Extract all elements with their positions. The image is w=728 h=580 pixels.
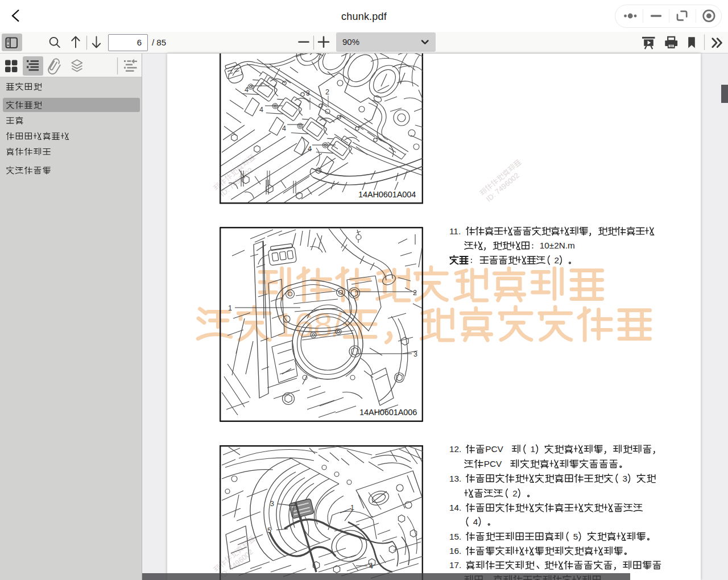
svg-text:2: 2	[554, 255, 559, 265]
svg-text:1: 1	[228, 304, 232, 312]
svg-text:1: 1	[531, 444, 536, 454]
svg-text:4: 4	[245, 86, 249, 94]
svg-text:2: 2	[413, 289, 417, 297]
svg-text:4: 4	[282, 125, 286, 132]
svg-text:3: 3	[270, 500, 274, 508]
svg-text:4: 4	[308, 145, 312, 153]
svg-text:5: 5	[573, 532, 578, 541]
svg-text:3: 3	[623, 474, 628, 483]
svg-text:5: 5	[267, 527, 271, 535]
svg-text:2: 2	[325, 88, 329, 96]
svg-text:3: 3	[306, 89, 310, 97]
svg-text:4: 4	[473, 517, 478, 527]
svg-text:13.: 13.	[449, 474, 461, 483]
svg-text:11.: 11.	[449, 226, 461, 236]
svg-text:12.: 12.	[449, 444, 461, 454]
svg-text:3: 3	[413, 350, 417, 358]
svg-text:4: 4	[259, 106, 263, 114]
svg-text:1: 1	[350, 504, 354, 512]
svg-text:2: 2	[512, 488, 518, 498]
svg-text:10±2N.m: 10±2N.m	[540, 241, 575, 250]
svg-text:17.: 17.	[449, 560, 461, 570]
svg-text:PCV: PCV	[484, 459, 502, 469]
svg-text:168/: 168/	[276, 306, 342, 344]
svg-text:16.: 16.	[449, 546, 461, 556]
svg-text:14.: 14.	[449, 503, 461, 512]
svg-text:15.: 15.	[449, 532, 461, 541]
svg-text:4: 4	[369, 562, 373, 570]
svg-text:PCV: PCV	[485, 444, 503, 454]
